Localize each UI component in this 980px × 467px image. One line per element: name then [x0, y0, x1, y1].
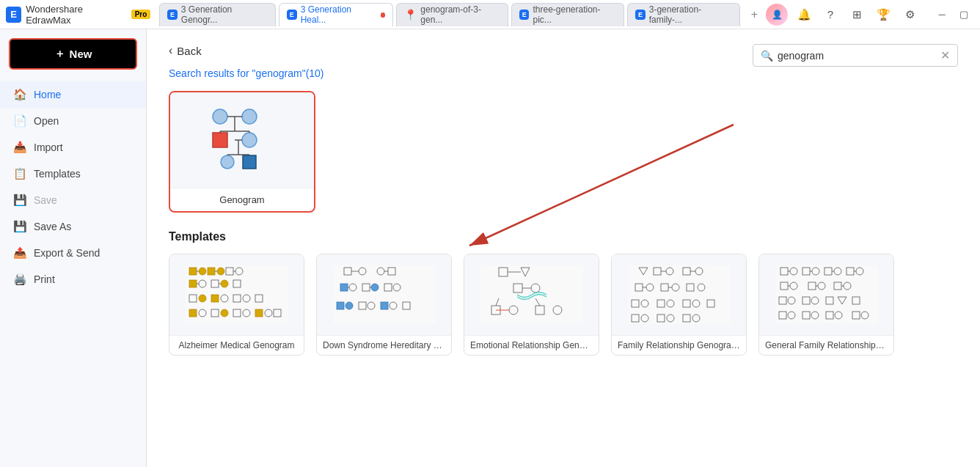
sidebar-item-import[interactable]: 📥 Import — [0, 134, 146, 161]
template-card-alzheimer[interactable]: Alzheimer Medical Genogram — [169, 254, 304, 356]
tab-3-location-icon: 📍 — [404, 9, 417, 21]
alzheimer-svg — [182, 262, 292, 328]
template-card-down-syndrome[interactable]: Down Syndrome Hereditary Me... — [316, 254, 452, 356]
sidebar-item-templates-label: Templates — [34, 168, 81, 180]
general-family-svg — [772, 262, 882, 328]
tab-2-label: 3 Generation Heal... — [301, 4, 377, 25]
tab-4-label: three-generation-pic... — [533, 4, 616, 25]
general-family-preview — [759, 254, 893, 335]
trophy-icon[interactable]: 🏆 — [873, 4, 893, 25]
search-results-label: Search results for "genogram"(10) — [169, 67, 958, 79]
svg-point-0 — [213, 109, 227, 124]
emotional-svg — [477, 262, 587, 328]
general-family-label: General Family Relationships Ge... — [759, 335, 893, 355]
family-rel-label: Family Relationship Genogram ... — [612, 335, 746, 355]
tab-4[interactable]: E three-generation-pic... — [511, 3, 624, 26]
new-plus-icon: ＋ — [54, 47, 65, 61]
svg-rect-116 — [775, 265, 878, 324]
sidebar-item-saveas-label: Save As — [34, 221, 71, 232]
sidebar-item-open[interactable]: 📄 Open — [0, 108, 146, 134]
svg-rect-87 — [628, 265, 731, 324]
template-grid: Alzheimer Medical Genogram — [169, 254, 958, 356]
search-term: "genogram" — [252, 67, 306, 79]
sidebar-item-templates[interactable]: 📋 Templates — [0, 161, 146, 187]
grid-icon[interactable]: ⊞ — [846, 4, 867, 25]
tab-2[interactable]: E 3 Generation Heal... — [279, 3, 393, 26]
new-tab-button[interactable]: + — [746, 6, 763, 23]
search-bar: 🔍 ✕ — [753, 44, 958, 67]
sidebar-item-export[interactable]: 📤 Export & Send — [0, 240, 146, 266]
emotional-preview — [464, 254, 599, 335]
sidebar-item-export-label: Export & Send — [34, 247, 100, 259]
genogram-svg — [198, 103, 286, 177]
sidebar-item-home[interactable]: 🏠 Home — [0, 81, 146, 108]
svg-point-36 — [199, 295, 206, 302]
saveas-icon: 💾 — [13, 220, 26, 233]
settings-icon[interactable]: ⚙ — [899, 4, 920, 25]
tab-2-dot — [381, 12, 386, 18]
notification-icon[interactable]: 🔔 — [794, 4, 814, 25]
templates-section-title: Templates — [169, 230, 958, 243]
svg-point-67 — [345, 302, 353, 309]
import-icon: 📥 — [13, 141, 26, 154]
sidebar-item-home-label: Home — [34, 89, 61, 100]
svg-rect-58 — [340, 284, 348, 291]
app-icon: E — [6, 7, 21, 23]
svg-rect-70 — [381, 302, 388, 309]
genogram-card[interactable]: Genogram — [169, 91, 315, 213]
alzheimer-label: Alzheimer Medical Genogram — [169, 335, 304, 355]
content-area: ‹ Back 🔍 ✕ Search results for "genogram"… — [147, 29, 980, 467]
pro-badge: Pro — [131, 10, 151, 19]
sidebar-item-save-label: Save — [34, 194, 57, 206]
svg-point-12 — [221, 155, 234, 169]
template-card-general-family[interactable]: General Family Relationships Ge... — [758, 254, 894, 356]
tab-1[interactable]: E 3 Generation Genogr... — [159, 3, 276, 26]
family-rel-preview — [612, 254, 746, 335]
template-card-family-rel[interactable]: Family Relationship Genogram ... — [611, 254, 747, 356]
tab-2-icon: E — [287, 10, 297, 20]
tab-4-icon: E — [519, 10, 530, 20]
sidebar-item-open-label: Open — [34, 115, 59, 127]
app-name: Wondershare EdrawMax — [26, 4, 126, 26]
svg-rect-48 — [255, 309, 263, 317]
export-icon: 📤 — [13, 246, 26, 260]
app-logo: E Wondershare EdrawMax Pro — [6, 4, 150, 26]
svg-point-32 — [221, 280, 228, 287]
svg-point-20 — [199, 268, 206, 275]
open-icon: 📄 — [13, 114, 26, 128]
sidebar-item-saveas[interactable]: 💾 Save As — [0, 213, 146, 240]
svg-rect-42 — [189, 309, 197, 317]
sidebar-item-import-label: Import — [34, 141, 63, 153]
svg-rect-22 — [208, 268, 215, 275]
new-label: New — [70, 48, 92, 60]
save-icon: 💾 — [13, 194, 26, 207]
genogram-card-label: Genogram — [170, 188, 314, 211]
help-icon[interactable]: ? — [820, 4, 841, 25]
svg-point-62 — [371, 284, 379, 291]
template-card-emotional[interactable]: Emotional Relationship Genogram — [464, 254, 599, 356]
svg-rect-14 — [243, 155, 256, 169]
down-syndrome-svg — [329, 262, 439, 328]
emotional-label: Emotional Relationship Genogram — [464, 335, 599, 355]
tab-1-label: 3 Generation Genogr... — [181, 4, 268, 25]
svg-rect-51 — [333, 265, 436, 324]
minimize-button[interactable]: ─ — [932, 4, 952, 25]
avatar[interactable]: 👤 — [766, 4, 788, 26]
search-input[interactable] — [778, 50, 940, 62]
tab-3[interactable]: 📍 genogram-of-3-gen... — [396, 3, 508, 26]
back-label: Back — [177, 45, 201, 57]
main-layout: ＋ New 🏠 Home 📄 Open 📥 Import 📋 Templates… — [0, 29, 980, 467]
clear-search-button[interactable]: ✕ — [940, 48, 950, 62]
family-rel-svg — [624, 262, 734, 328]
tab-5[interactable]: E 3-generation-family-... — [627, 3, 740, 26]
svg-rect-5 — [213, 133, 227, 147]
tab-1-icon: E — [167, 10, 178, 20]
svg-rect-28 — [189, 280, 197, 287]
window-controls: ─ ▢ — [932, 4, 974, 25]
down-syndrome-preview — [317, 254, 451, 335]
sidebar-item-print[interactable]: 🖨️ Print — [0, 266, 146, 293]
titlebar-actions: 👤 🔔 ? ⊞ 🏆 ⚙ ─ ▢ — [766, 4, 974, 26]
maximize-button[interactable]: ▢ — [954, 4, 974, 25]
new-button[interactable]: ＋ New — [9, 38, 137, 70]
genogram-preview — [170, 92, 314, 188]
